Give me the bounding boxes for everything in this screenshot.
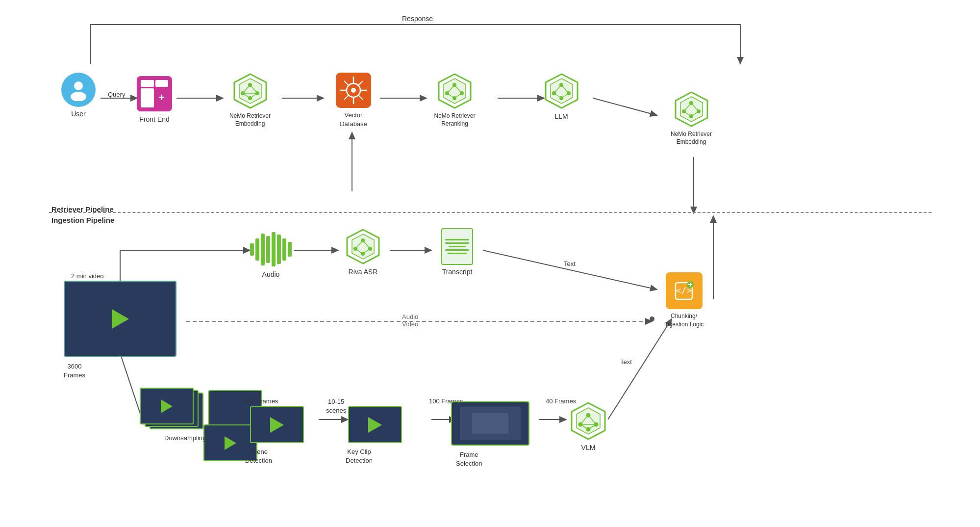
- svg-line-15: [120, 353, 142, 420]
- svg-point-25: [71, 92, 86, 101]
- query-label: Query: [108, 91, 125, 98]
- video-play-button: [112, 309, 129, 329]
- vector-db-node: VectorDatabase: [331, 73, 376, 129]
- frontend-icon: +: [137, 76, 172, 111]
- nemo-rerank-node: NeMo RetrieverReranking: [427, 73, 483, 128]
- scene-detection-label: SceneDetection: [245, 448, 272, 465]
- frontend-node: + Front End: [132, 76, 176, 123]
- scene-detection-node: SceneDetection: [250, 406, 304, 443]
- nemo-rerank-icon: [436, 73, 473, 109]
- audio-icon: [250, 232, 292, 266]
- transcript-node: Transcript: [431, 228, 483, 276]
- video-source-label: 2 min video: [71, 272, 103, 280]
- audio-label: Audio: [262, 270, 280, 278]
- chunking-node: </> Chunking/Ingestion Logic: [652, 272, 716, 329]
- riva-asr-label: Riva ASR: [349, 268, 378, 276]
- frame-play-button: [161, 399, 173, 413]
- key-clip-label: Key ClipDetection: [346, 448, 373, 465]
- frame-selection-node: FrameSelection: [451, 401, 529, 446]
- vector-db-label: VectorDatabase: [340, 111, 367, 129]
- frame-card-front: [140, 388, 194, 424]
- svg-point-39: [351, 88, 356, 93]
- frames-480-label: 480 Frames: [244, 397, 278, 405]
- downsampling-label: Downsampling: [164, 434, 206, 442]
- transcript-label: Transcript: [442, 268, 473, 276]
- nemo-embed1-node: NeMo RetrieverEmbedding: [223, 73, 277, 128]
- llm-label: LLM: [554, 112, 568, 120]
- svg-line-5: [593, 98, 657, 115]
- vector-db-icon: [336, 73, 371, 108]
- transcript-icon: [441, 228, 473, 265]
- frame-play-button2: [225, 436, 236, 450]
- riva-asr-node: Riva ASR: [337, 228, 389, 276]
- chunking-label: Chunking/Ingestion Logic: [664, 312, 704, 329]
- frames-3600-label: 3600Frames: [64, 362, 85, 380]
- text-label-1: Text: [564, 260, 576, 267]
- llm-icon: [543, 73, 580, 109]
- llm-node: LLM: [539, 73, 583, 120]
- audio-node: Audio: [245, 232, 297, 278]
- pipeline-divider: [49, 212, 931, 213]
- user-icon: [61, 73, 96, 107]
- ingestion-pipeline-label: Ingestion Pipeline: [51, 216, 114, 224]
- nemo-embed1-icon: [232, 73, 269, 109]
- frontend-label: Front End: [139, 115, 169, 123]
- vlm-label: VLM: [581, 444, 596, 451]
- audio-video-label: AudioVideo: [402, 313, 418, 328]
- svg-line-12: [483, 250, 657, 290]
- scene-frame: [250, 406, 304, 443]
- diagram-container: Response Query User + Front End: [0, 0, 980, 527]
- user-node: User: [56, 73, 101, 118]
- riva-asr-icon: [345, 228, 381, 265]
- svg-line-14: [608, 319, 672, 420]
- chunking-icon: </>: [666, 272, 703, 309]
- scenes-1015-label: 10-15scenes: [326, 397, 346, 415]
- nemo-embed2-label: NeMo RetrieverEmbedding: [671, 131, 712, 146]
- user-label: User: [71, 110, 86, 118]
- svg-point-24: [74, 81, 83, 90]
- vlm-node: VLM: [564, 401, 613, 451]
- nemo-embed2-icon: [673, 91, 710, 128]
- vlm-icon: [569, 401, 608, 441]
- scene-play-btn: [270, 417, 284, 433]
- nemo-rerank-label: NeMo RetrieverReranking: [434, 112, 475, 128]
- frame-selection-label: FrameSelection: [456, 450, 482, 468]
- key-clip-frame: [348, 406, 402, 443]
- video-source-thumb: [64, 281, 176, 357]
- key-clip-play-btn: [368, 417, 382, 433]
- frame-selection-thumb: [451, 401, 529, 446]
- response-label: Response: [402, 15, 433, 23]
- nemo-embed2-node: NeMo RetrieverEmbedding: [662, 91, 721, 146]
- text-label-2: Text: [620, 358, 632, 366]
- nemo-embed1-label: NeMo RetrieverEmbedding: [229, 112, 271, 128]
- key-clip-node: Key ClipDetection: [348, 406, 402, 443]
